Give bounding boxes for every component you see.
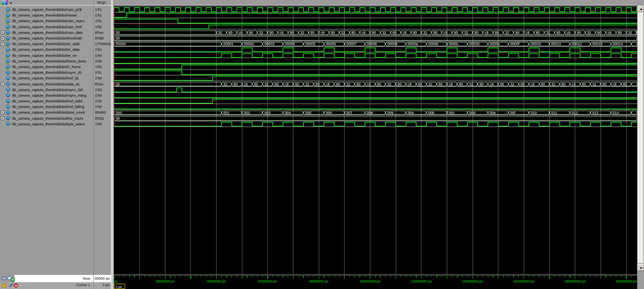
- svg-text:32: 32: [305, 82, 310, 86]
- svg-text:80: 80: [475, 31, 479, 35]
- signal-list-panel[interactable]: /tb_camera_capture_threshold/dut/cam_pcl…: [0, 6, 111, 275]
- signal-row[interactable]: + /tb_camera_capture_threshold/dut/data_…: [0, 81, 111, 87]
- signal-value: 1'h0: [93, 76, 111, 80]
- snapshot-icon[interactable]: [2, 277, 6, 280]
- expand-toggle-icon[interactable]: +: [1, 31, 4, 34]
- port-arrow-icon: [5, 45, 7, 47]
- svg-text:014: 014: [613, 111, 619, 115]
- panel-splitter[interactable]: [111, 0, 114, 289]
- signal-row[interactable]: /tb_camera_capture_threshold/dut/cam_pcl…: [0, 7, 111, 12]
- svg-text:80: 80: [577, 31, 581, 35]
- signal-row[interactable]: /tb_camera_capture_threshold/dut/cam_vsy…: [0, 18, 111, 24]
- svg-text:00001: 00001: [223, 42, 233, 46]
- signal-row[interactable]: /tb_camera_capture_threshold/dut/href_va…: [0, 98, 111, 104]
- signal-row[interactable]: /tb_camera_capture_threshold/dut/vsync_r…: [0, 93, 111, 98]
- svg-text:80: 80: [254, 82, 258, 86]
- vertical-scrollbar[interactable]: [638, 6, 644, 271]
- svg-text:32: 32: [259, 31, 263, 35]
- signal-row[interactable]: /tb_camera_capture_threshold/dut/in_fram…: [0, 64, 111, 70]
- svg-text:32: 32: [592, 82, 596, 86]
- port-arrow-icon: [5, 16, 7, 18]
- diamond-icon: [6, 99, 10, 103]
- signal-row[interactable]: + /tb_camera_capture_threshold/dut/cam_d…: [0, 30, 111, 35]
- name-value-column-divider[interactable]: [93, 0, 94, 289]
- svg-text:c8: c8: [613, 82, 617, 86]
- signal-name: /tb_camera_capture_threshold/dut/byte_se…: [12, 122, 93, 126]
- svg-text:80: 80: [438, 82, 442, 86]
- svg-text:80: 80: [351, 31, 355, 35]
- svg-text:00011: 00011: [551, 42, 561, 46]
- svg-text:c8: c8: [280, 31, 284, 35]
- diamond-icon: [6, 93, 10, 98]
- expand-toggle-icon[interactable]: +: [1, 111, 4, 114]
- waveform-canvas[interactable]: 003280c8803280c8803280c8803280c8803280c8…: [114, 6, 637, 289]
- signal-icon: [6, 19, 11, 23]
- svg-text:c8: c8: [572, 82, 576, 86]
- expand-toggle-icon[interactable]: +: [1, 116, 4, 120]
- svg-text:0 ps: 0 ps: [116, 285, 122, 289]
- wave-window: Msgs /tb_camera_capture_threshold/dut/ca…: [0, 0, 644, 289]
- svg-text:80: 80: [418, 82, 422, 86]
- svg-text:32: 32: [218, 31, 222, 35]
- svg-text:32: 32: [428, 82, 432, 86]
- svg-text:00013: 00013: [592, 42, 602, 46]
- svg-text:00: 00: [116, 82, 120, 86]
- signal-name: /tb_camera_capture_threshold/dut/wr_data: [12, 48, 93, 52]
- svg-text:006: 006: [326, 111, 332, 115]
- svg-text:003: 003: [264, 111, 270, 115]
- svg-text:c8: c8: [485, 31, 489, 35]
- signal-row[interactable]: + /tb_camera_capture_threshold/dut/wr_ad…: [0, 41, 111, 47]
- svg-text:00a: 00a: [408, 111, 414, 115]
- signal-row[interactable]: /tb_camera_capture_threshold/dut/nreset …: [0, 12, 111, 18]
- svg-text:00b: 00b: [428, 111, 434, 115]
- svg-text:80: 80: [275, 82, 279, 86]
- now-label: Now: [14, 275, 93, 282]
- signal-row[interactable]: + /tb_camera_capture_threshold/dut/line_…: [0, 116, 111, 121]
- signal-row[interactable]: /tb_camera_capture_threshold/dut/wr_en 1…: [0, 53, 111, 58]
- edit-cursor-icon[interactable]: [8, 283, 13, 287]
- signal-row[interactable]: /tb_camera_capture_threshold/dut/cam_hre…: [0, 24, 111, 30]
- signal-icon: [6, 42, 11, 46]
- signal-icon: [6, 48, 11, 52]
- svg-text:80: 80: [229, 31, 233, 35]
- svg-text:c8: c8: [449, 82, 453, 86]
- svg-text:80: 80: [357, 82, 361, 86]
- signal-icon: [6, 76, 11, 81]
- now-row-icons: +: [0, 275, 14, 282]
- signal-row[interactable]: /tb_camera_capture_threshold/dut/href_d1…: [0, 75, 111, 81]
- diamond-icon: [6, 110, 10, 114]
- svg-text:00002: 00002: [244, 42, 254, 46]
- expand-toggle-icon[interactable]: +: [1, 82, 4, 86]
- left-panel-header: Msgs: [0, 0, 111, 6]
- signal-name: /tb_camera_capture_threshold/dut/pixel_c…: [12, 110, 93, 114]
- signal-row[interactable]: /tb_camera_capture_threshold/dut/vsync_d…: [0, 70, 111, 75]
- signal-row[interactable]: + /tb_camera_capture_threshold/dut/pixel…: [0, 110, 111, 115]
- svg-text:32: 32: [387, 82, 391, 86]
- signal-name: /tb_camera_capture_threshold/dut/href_va…: [12, 99, 93, 103]
- svg-text:00005: 00005: [305, 42, 316, 46]
- signal-row[interactable]: /tb_camera_capture_threshold/dut/vsync_f…: [0, 87, 111, 93]
- diamond-icon: [6, 70, 10, 75]
- signal-row[interactable]: /tb_camera_capture_threshold/dut/wr_data…: [0, 47, 111, 52]
- svg-text:c8: c8: [526, 31, 530, 35]
- lock-cursor-icon[interactable]: [2, 284, 6, 287]
- svg-text:80: 80: [454, 31, 458, 35]
- scrollbar-thumb[interactable]: [638, 12, 644, 264]
- scroll-up-button[interactable]: [638, 6, 644, 12]
- signal-name: /tb_camera_capture_threshold/dut/vsync_r…: [12, 94, 93, 98]
- scroll-down-button[interactable]: [638, 264, 644, 271]
- cursor-row[interactable]: Cursor 1 0 ps: [0, 282, 111, 289]
- svg-text:011: 011: [551, 111, 557, 115]
- now-row: + Now 00000 ps: [0, 275, 111, 282]
- signal-value: 17'h00042: [93, 42, 111, 46]
- signal-row[interactable]: /tb_camera_capture_threshold/dut/href_fa…: [0, 104, 111, 110]
- expand-toggle-icon[interactable]: +: [1, 37, 4, 40]
- svg-text:013: 013: [592, 111, 598, 115]
- svg-text:004: 004: [285, 111, 291, 115]
- signal-row[interactable]: /tb_camera_capture_threshold/dut/frame_d…: [0, 58, 111, 64]
- expand-toggle-icon[interactable]: +: [1, 42, 4, 46]
- signal-row[interactable]: + /tb_camera_capture_threshold/dut/thres…: [0, 35, 111, 41]
- add-cursor-icon[interactable]: +: [10, 277, 15, 282]
- svg-text:32: 32: [464, 31, 468, 35]
- signal-row[interactable]: /tb_camera_capture_threshold/dut/byte_se…: [0, 121, 111, 127]
